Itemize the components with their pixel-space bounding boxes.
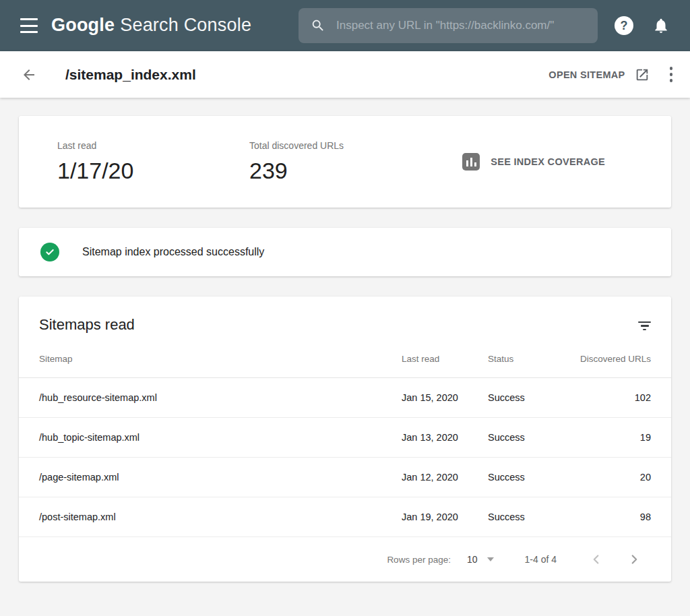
- cell-status: Success: [488, 458, 570, 497]
- cell-status: Success: [488, 378, 570, 418]
- cell-sitemap[interactable]: /page-sitemap.xml: [19, 458, 402, 497]
- url-inspection-search[interactable]: [299, 8, 598, 43]
- bar-chart-icon: [462, 153, 480, 171]
- rows-per-page-value: 10: [467, 554, 478, 565]
- page-title: /sitemap_index.xml: [65, 67, 196, 83]
- rows-per-page-select[interactable]: 10: [467, 554, 494, 565]
- table-row[interactable]: /hub_resource-sitemap.xml Jan 15, 2020 S…: [19, 378, 671, 418]
- col-header-sitemap: Sitemap: [19, 339, 402, 378]
- more-options-kebab-icon[interactable]: [670, 65, 673, 84]
- cell-status: Success: [488, 418, 570, 458]
- cell-last-read: Jan 12, 2020: [402, 458, 488, 497]
- stat-last-read: Last read 1/17/20: [57, 140, 249, 184]
- stat-total-urls-value: 239: [249, 158, 462, 184]
- col-header-last-read: Last read: [402, 339, 488, 378]
- col-header-status: Status: [488, 339, 570, 378]
- pagination-range: 1-4 of 4: [525, 554, 557, 565]
- status-banner-message: Sitemap index processed successfully: [82, 246, 264, 258]
- logo-google-text: Google: [51, 15, 115, 35]
- cell-discovered-urls: 19: [570, 418, 671, 458]
- stat-last-read-value: 1/17/20: [57, 158, 249, 184]
- table-row[interactable]: /post-sitemap.xml Jan 19, 2020 Success 9…: [19, 497, 671, 537]
- cell-last-read: Jan 15, 2020: [402, 378, 488, 418]
- rows-per-page-label: Rows per page:: [387, 555, 451, 565]
- sitemaps-card-title: Sitemaps read: [39, 316, 135, 334]
- main-content: Last read 1/17/20 Total discovered URLs …: [0, 98, 690, 582]
- cell-discovered-urls: 20: [570, 458, 671, 497]
- cell-last-read: Jan 13, 2020: [402, 418, 488, 458]
- cell-discovered-urls: 98: [570, 497, 671, 537]
- col-header-discovered-urls: Discovered URLs: [570, 339, 671, 378]
- cell-status: Success: [488, 497, 570, 537]
- cell-sitemap[interactable]: /hub_topic-sitemap.xml: [19, 418, 402, 458]
- stat-total-urls: Total discovered URLs 239: [249, 140, 462, 184]
- see-index-coverage-button[interactable]: SEE INDEX COVERAGE: [462, 153, 605, 171]
- search-input[interactable]: [336, 19, 586, 32]
- status-banner: Sitemap index processed successfully: [19, 228, 671, 276]
- table-header-row: Sitemap Last read Status Discovered URLs: [19, 339, 671, 378]
- help-icon[interactable]: ?: [615, 16, 633, 35]
- see-index-coverage-label: SEE INDEX COVERAGE: [491, 156, 605, 167]
- open-sitemap-label: OPEN SITEMAP: [548, 69, 625, 80]
- stat-total-urls-label: Total discovered URLs: [249, 140, 462, 151]
- summary-card: Last read 1/17/20 Total discovered URLs …: [19, 116, 671, 208]
- app-bar: GoogleSearch Console ?: [0, 0, 690, 51]
- cell-sitemap[interactable]: /post-sitemap.xml: [19, 497, 402, 537]
- next-page-chevron-icon[interactable]: [627, 552, 641, 567]
- back-arrow-icon[interactable]: [21, 67, 37, 83]
- table-row[interactable]: /page-sitemap.xml Jan 12, 2020 Success 2…: [19, 458, 671, 497]
- success-check-icon: [40, 243, 59, 261]
- app-logo: GoogleSearch Console: [51, 15, 251, 36]
- external-link-icon: [635, 67, 650, 82]
- stat-last-read-label: Last read: [57, 140, 249, 151]
- table-pagination: Rows per page: 10 1-4 of 4: [19, 537, 671, 582]
- notifications-bell-icon[interactable]: [652, 17, 670, 37]
- sitemaps-table: Sitemap Last read Status Discovered URLs…: [19, 339, 671, 537]
- search-icon: [311, 18, 325, 33]
- logo-product-text: Search Console: [120, 15, 251, 35]
- cell-sitemap[interactable]: /hub_resource-sitemap.xml: [19, 378, 402, 418]
- sitemaps-card: Sitemaps read Sitemap Last read Status D…: [19, 297, 671, 582]
- page-header: /sitemap_index.xml OPEN SITEMAP: [0, 51, 690, 98]
- cell-last-read: Jan 19, 2020: [402, 497, 488, 537]
- table-row[interactable]: /hub_topic-sitemap.xml Jan 13, 2020 Succ…: [19, 418, 671, 458]
- filter-icon[interactable]: [638, 320, 651, 332]
- dropdown-arrow-icon: [487, 557, 494, 561]
- hamburger-menu-icon[interactable]: [20, 18, 38, 33]
- cell-discovered-urls: 102: [570, 378, 671, 418]
- previous-page-chevron-icon[interactable]: [589, 552, 604, 567]
- open-sitemap-button[interactable]: OPEN SITEMAP: [548, 67, 649, 82]
